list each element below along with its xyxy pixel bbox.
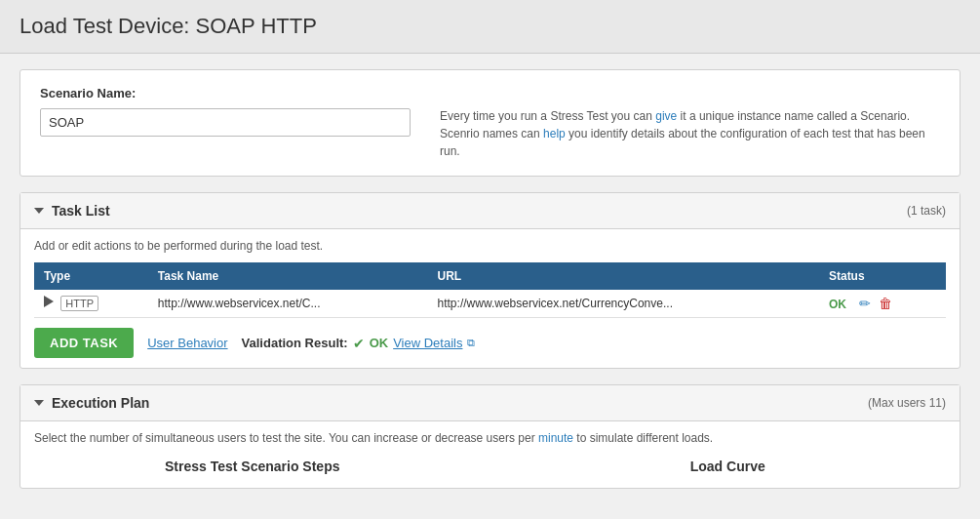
row-type-cell: HTTP: [34, 290, 148, 318]
execution-plan-chevron-icon: [34, 400, 44, 406]
execution-plan-count: (Max users 11): [868, 396, 946, 410]
page-header: Load Test Device: SOAP HTTP: [0, 0, 980, 54]
help-link[interactable]: help: [543, 127, 566, 140]
execution-plan-title: Execution Plan: [52, 395, 149, 411]
validation-ok-text: OK: [370, 336, 389, 350]
user-behavior-link[interactable]: User Behavior: [147, 336, 227, 350]
task-list-header[interactable]: Task List (1 task): [20, 193, 960, 229]
col-status: Status: [819, 262, 946, 290]
row-url-cell: http://www.webservicex.net/CurrencyConve…: [428, 290, 819, 318]
page-title: Load Test Device: SOAP HTTP: [20, 14, 960, 39]
execution-plan-card: Execution Plan (Max users 11) Select the…: [20, 384, 960, 489]
validation-label: Validation Result:: [242, 336, 348, 350]
task-table: Type Task Name URL Status HTTP http://ww…: [34, 262, 946, 318]
task-bottom-row: ADD TASK User Behavior Validation Result…: [34, 328, 946, 358]
row-status-cell: OK ✏ 🗑: [819, 290, 946, 318]
minute-link[interactable]: minute: [538, 431, 573, 445]
checkmark-icon: ✔: [353, 336, 365, 351]
execution-plan-header[interactable]: Execution Plan (Max users 11): [20, 385, 960, 421]
task-list-count: (1 task): [907, 204, 946, 218]
col-type: Type: [34, 262, 148, 290]
status-ok-label: OK: [829, 298, 846, 311]
validation-result: Validation Result: ✔ OK View Details ⧉: [242, 336, 476, 351]
delete-icon[interactable]: 🗑: [879, 296, 892, 311]
give-link[interactable]: give: [655, 109, 677, 123]
task-list-body: Add or edit actions to be performed duri…: [20, 229, 960, 368]
edit-icon[interactable]: ✏: [859, 296, 871, 311]
row-taskname-cell: http://www.webservicex.net/C...: [148, 290, 428, 318]
task-list-chevron-icon: [34, 208, 44, 214]
execution-plan-header-left: Execution Plan: [34, 395, 149, 411]
execution-col-curve: Load Curve: [510, 459, 947, 478]
execution-col-steps: Stress Test Scenario Steps: [34, 459, 471, 478]
add-task-button[interactable]: ADD TASK: [34, 328, 134, 358]
scenario-help: Every time you run a Stress Test you can…: [440, 107, 940, 160]
task-list-title: Task List: [52, 203, 110, 219]
scenario-label: Scenario Name:: [40, 86, 411, 100]
curve-col-title: Load Curve: [510, 459, 947, 474]
table-row: HTTP http://www.webservicex.net/C... htt…: [34, 290, 946, 318]
external-link-icon: ⧉: [467, 337, 475, 349]
task-list-card: Task List (1 task) Add or edit actions t…: [20, 192, 960, 369]
task-list-header-left: Task List: [34, 203, 110, 219]
task-description: Add or edit actions to be performed duri…: [34, 239, 946, 253]
scenario-left: Scenario Name:: [40, 86, 411, 137]
execution-description: Select the number of simultaneous users …: [34, 431, 946, 445]
play-icon[interactable]: [44, 296, 54, 307]
scenario-input[interactable]: [40, 108, 411, 137]
http-badge: HTTP: [60, 296, 98, 311]
scenario-card: Scenario Name: Every time you run a Stre…: [20, 69, 960, 177]
execution-columns: Stress Test Scenario Steps Load Curve: [34, 459, 946, 478]
col-taskname: Task Name: [148, 262, 428, 290]
execution-plan-body: Select the number of simultaneous users …: [20, 421, 960, 488]
col-url: URL: [428, 262, 819, 290]
view-details-link[interactable]: View Details: [393, 336, 462, 350]
steps-col-title: Stress Test Scenario Steps: [34, 459, 471, 474]
